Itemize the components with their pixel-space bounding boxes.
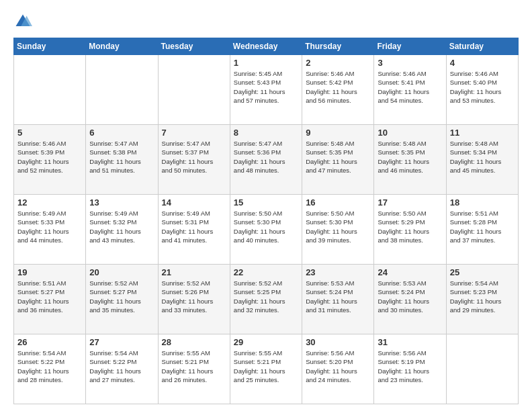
- day-number: 1: [234, 58, 298, 68]
- calendar-cell: 26Sunrise: 5:54 AM Sunset: 5:22 PM Dayli…: [14, 334, 86, 404]
- calendar-cell: 9Sunrise: 5:48 AM Sunset: 5:35 PM Daylig…: [302, 125, 374, 195]
- calendar-cell: 17Sunrise: 5:50 AM Sunset: 5:29 PM Dayli…: [374, 195, 446, 265]
- day-info: Sunrise: 5:46 AM Sunset: 5:39 PM Dayligh…: [17, 139, 82, 175]
- day-number: 30: [306, 337, 370, 347]
- day-number: 5: [17, 128, 82, 138]
- day-number: 8: [234, 128, 298, 138]
- calendar-cell: 1Sunrise: 5:45 AM Sunset: 5:43 PM Daylig…: [230, 55, 302, 125]
- day-info: Sunrise: 5:45 AM Sunset: 5:43 PM Dayligh…: [234, 69, 298, 105]
- day-info: Sunrise: 5:46 AM Sunset: 5:40 PM Dayligh…: [450, 69, 515, 105]
- day-info: Sunrise: 5:47 AM Sunset: 5:37 PM Dayligh…: [162, 139, 226, 175]
- day-number: 9: [306, 128, 370, 138]
- day-number: 20: [89, 267, 154, 277]
- day-number: 17: [378, 197, 442, 208]
- day-number: 23: [306, 267, 370, 277]
- logo: [13, 12, 35, 31]
- day-number: 28: [162, 337, 226, 347]
- day-number: 21: [162, 267, 226, 277]
- day-number: 7: [162, 128, 226, 138]
- day-number: 6: [89, 128, 154, 138]
- weekday-header: Saturday: [446, 38, 518, 55]
- weekday-header: Monday: [86, 38, 158, 55]
- day-info: Sunrise: 5:46 AM Sunset: 5:42 PM Dayligh…: [306, 69, 370, 105]
- calendar-cell: [446, 334, 518, 404]
- day-number: 27: [89, 337, 154, 347]
- day-info: Sunrise: 5:47 AM Sunset: 5:38 PM Dayligh…: [89, 139, 154, 175]
- calendar-cell: 25Sunrise: 5:54 AM Sunset: 5:23 PM Dayli…: [446, 265, 518, 334]
- day-info: Sunrise: 5:50 AM Sunset: 5:30 PM Dayligh…: [306, 209, 370, 244]
- day-number: 22: [234, 267, 298, 277]
- day-info: Sunrise: 5:51 AM Sunset: 5:27 PM Dayligh…: [17, 279, 82, 314]
- day-number: 11: [450, 128, 515, 138]
- calendar-cell: [158, 55, 230, 125]
- calendar-week-row: 26Sunrise: 5:54 AM Sunset: 5:22 PM Dayli…: [14, 334, 519, 404]
- day-info: Sunrise: 5:54 AM Sunset: 5:23 PM Dayligh…: [450, 279, 515, 314]
- day-number: 10: [378, 128, 442, 138]
- calendar-cell: 21Sunrise: 5:52 AM Sunset: 5:26 PM Dayli…: [158, 265, 230, 334]
- day-info: Sunrise: 5:56 AM Sunset: 5:19 PM Dayligh…: [378, 349, 442, 384]
- calendar-cell: 12Sunrise: 5:49 AM Sunset: 5:33 PM Dayli…: [14, 195, 86, 265]
- weekday-header: Friday: [374, 38, 446, 55]
- day-info: Sunrise: 5:54 AM Sunset: 5:22 PM Dayligh…: [89, 349, 154, 384]
- day-info: Sunrise: 5:48 AM Sunset: 5:35 PM Dayligh…: [306, 139, 370, 175]
- day-info: Sunrise: 5:53 AM Sunset: 5:24 PM Dayligh…: [306, 279, 370, 314]
- day-info: Sunrise: 5:49 AM Sunset: 5:33 PM Dayligh…: [17, 209, 82, 244]
- calendar-week-row: 1Sunrise: 5:45 AM Sunset: 5:43 PM Daylig…: [14, 55, 519, 125]
- calendar-cell: 22Sunrise: 5:52 AM Sunset: 5:25 PM Dayli…: [230, 265, 302, 334]
- calendar: SundayMondayTuesdayWednesdayThursdayFrid…: [13, 38, 519, 404]
- calendar-cell: 16Sunrise: 5:50 AM Sunset: 5:30 PM Dayli…: [302, 195, 374, 265]
- page: SundayMondayTuesdayWednesdayThursdayFrid…: [0, 0, 532, 411]
- day-info: Sunrise: 5:52 AM Sunset: 5:25 PM Dayligh…: [234, 279, 298, 314]
- calendar-cell: 8Sunrise: 5:47 AM Sunset: 5:36 PM Daylig…: [230, 125, 302, 195]
- calendar-cell: [86, 55, 158, 125]
- day-number: 3: [378, 58, 442, 68]
- day-number: 31: [378, 337, 442, 347]
- weekday-header-row: SundayMondayTuesdayWednesdayThursdayFrid…: [14, 38, 519, 55]
- day-info: Sunrise: 5:46 AM Sunset: 5:41 PM Dayligh…: [378, 69, 442, 105]
- weekday-header: Tuesday: [158, 38, 230, 55]
- day-info: Sunrise: 5:56 AM Sunset: 5:20 PM Dayligh…: [306, 349, 370, 384]
- calendar-cell: 7Sunrise: 5:47 AM Sunset: 5:37 PM Daylig…: [158, 125, 230, 195]
- calendar-cell: 6Sunrise: 5:47 AM Sunset: 5:38 PM Daylig…: [86, 125, 158, 195]
- day-info: Sunrise: 5:54 AM Sunset: 5:22 PM Dayligh…: [17, 349, 82, 384]
- calendar-cell: 28Sunrise: 5:55 AM Sunset: 5:21 PM Dayli…: [158, 334, 230, 404]
- calendar-week-row: 12Sunrise: 5:49 AM Sunset: 5:33 PM Dayli…: [14, 195, 519, 265]
- calendar-week-row: 5Sunrise: 5:46 AM Sunset: 5:39 PM Daylig…: [14, 125, 519, 195]
- day-number: 16: [306, 197, 370, 208]
- logo-icon: [13, 12, 32, 31]
- day-number: 14: [162, 197, 226, 208]
- calendar-cell: 24Sunrise: 5:53 AM Sunset: 5:24 PM Dayli…: [374, 265, 446, 334]
- day-number: 15: [234, 197, 298, 208]
- day-number: 19: [17, 267, 82, 277]
- weekday-header: Sunday: [14, 38, 86, 55]
- calendar-cell: 27Sunrise: 5:54 AM Sunset: 5:22 PM Dayli…: [86, 334, 158, 404]
- calendar-cell: 15Sunrise: 5:50 AM Sunset: 5:30 PM Dayli…: [230, 195, 302, 265]
- day-number: 18: [450, 197, 515, 208]
- day-info: Sunrise: 5:52 AM Sunset: 5:27 PM Dayligh…: [89, 279, 154, 314]
- calendar-cell: 5Sunrise: 5:46 AM Sunset: 5:39 PM Daylig…: [14, 125, 86, 195]
- day-info: Sunrise: 5:55 AM Sunset: 5:21 PM Dayligh…: [234, 349, 298, 384]
- day-number: 26: [17, 337, 82, 347]
- day-info: Sunrise: 5:52 AM Sunset: 5:26 PM Dayligh…: [162, 279, 226, 314]
- day-number: 12: [17, 197, 82, 208]
- calendar-cell: 14Sunrise: 5:49 AM Sunset: 5:31 PM Dayli…: [158, 195, 230, 265]
- calendar-cell: 13Sunrise: 5:49 AM Sunset: 5:32 PM Dayli…: [86, 195, 158, 265]
- day-info: Sunrise: 5:48 AM Sunset: 5:34 PM Dayligh…: [450, 139, 515, 175]
- calendar-cell: 31Sunrise: 5:56 AM Sunset: 5:19 PM Dayli…: [374, 334, 446, 404]
- calendar-cell: 4Sunrise: 5:46 AM Sunset: 5:40 PM Daylig…: [446, 55, 518, 125]
- day-info: Sunrise: 5:49 AM Sunset: 5:32 PM Dayligh…: [89, 209, 154, 244]
- calendar-cell: 10Sunrise: 5:48 AM Sunset: 5:35 PM Dayli…: [374, 125, 446, 195]
- day-info: Sunrise: 5:50 AM Sunset: 5:29 PM Dayligh…: [378, 209, 442, 244]
- day-number: 2: [306, 58, 370, 68]
- day-info: Sunrise: 5:50 AM Sunset: 5:30 PM Dayligh…: [234, 209, 298, 244]
- calendar-cell: 19Sunrise: 5:51 AM Sunset: 5:27 PM Dayli…: [14, 265, 86, 334]
- calendar-cell: 20Sunrise: 5:52 AM Sunset: 5:27 PM Dayli…: [86, 265, 158, 334]
- calendar-cell: 2Sunrise: 5:46 AM Sunset: 5:42 PM Daylig…: [302, 55, 374, 125]
- calendar-cell: 11Sunrise: 5:48 AM Sunset: 5:34 PM Dayli…: [446, 125, 518, 195]
- calendar-cell: 3Sunrise: 5:46 AM Sunset: 5:41 PM Daylig…: [374, 55, 446, 125]
- calendar-week-row: 19Sunrise: 5:51 AM Sunset: 5:27 PM Dayli…: [14, 265, 519, 334]
- calendar-cell: 30Sunrise: 5:56 AM Sunset: 5:20 PM Dayli…: [302, 334, 374, 404]
- day-number: 24: [378, 267, 442, 277]
- day-info: Sunrise: 5:51 AM Sunset: 5:28 PM Dayligh…: [450, 209, 515, 244]
- header: [13, 12, 519, 31]
